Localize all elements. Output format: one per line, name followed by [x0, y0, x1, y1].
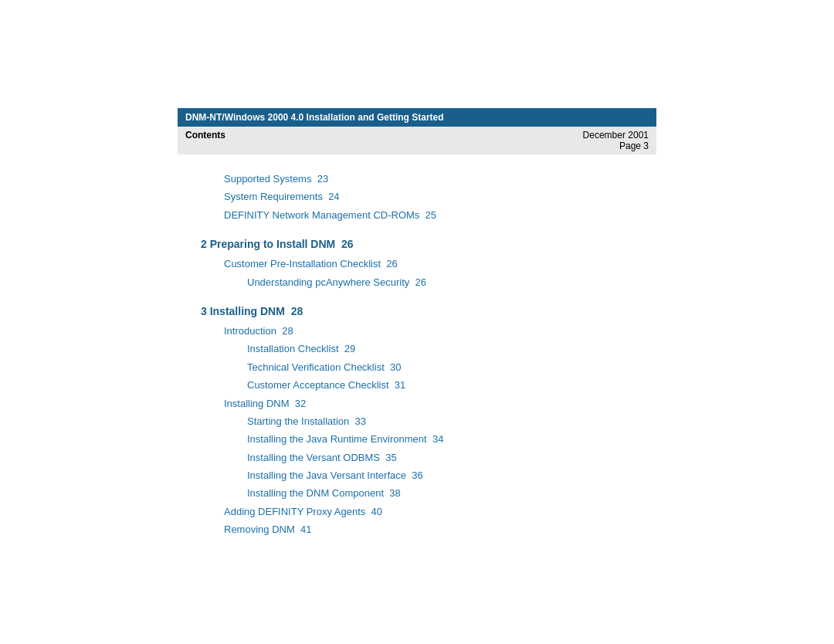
toc-content: Supported Systems 23 System Requirements… — [178, 154, 656, 554]
section-3-links-5: Adding DEFINITY Proxy Agents 40 Removing… — [201, 503, 633, 539]
link-introduction[interactable]: Introduction 28 — [224, 322, 633, 340]
link-installation-checklist[interactable]: Installation Checklist 29 — [247, 340, 633, 358]
section-2-links-1: Customer Pre-Installation Checklist 26 — [201, 255, 633, 273]
section-3-links-1: Introduction 28 — [201, 322, 633, 340]
heading-preparing: 2 Preparing to Install DNM 26 — [201, 238, 633, 250]
section-3-links-3: Installing DNM 32 — [201, 395, 633, 412]
link-definity-network-management[interactable]: DEFINITY Network Management CD-ROMs 25 — [224, 206, 633, 224]
link-installing-dnm-component[interactable]: Installing the DNM Component 38 — [247, 484, 633, 502]
header-subtitle-bar: Contents December 2001 Page 3 — [178, 127, 656, 154]
link-system-requirements[interactable]: System Requirements 24 — [224, 188, 633, 205]
link-installing-java-runtime[interactable]: Installing the Java Runtime Environment … — [247, 430, 633, 448]
header-title-bar: DNM-NT/Windows 2000 4.0 Installation and… — [178, 108, 656, 127]
link-customer-acceptance-checklist[interactable]: Customer Acceptance Checklist 31 — [247, 376, 633, 394]
link-installing-versant-odbms[interactable]: Installing the Versant ODBMS 35 — [247, 449, 633, 466]
link-removing-dnm[interactable]: Removing DNM 41 — [224, 520, 633, 538]
link-installing-java-versant-interface[interactable]: Installing the Java Versant Interface 36 — [247, 466, 633, 484]
link-customer-pre-installation[interactable]: Customer Pre-Installation Checklist 26 — [224, 255, 633, 273]
link-starting-installation[interactable]: Starting the Installation 33 — [247, 412, 633, 430]
section-3-links-2: Installation Checklist 29 Technical Veri… — [201, 340, 633, 394]
link-adding-definity-proxy[interactable]: Adding DEFINITY Proxy Agents 40 — [224, 503, 633, 520]
link-installing-dnm[interactable]: Installing DNM 32 — [224, 395, 633, 412]
date-page: December 2001 Page 3 — [583, 130, 649, 151]
section-0-links: Supported Systems 23 System Requirements… — [201, 170, 633, 224]
header-title: DNM-NT/Windows 2000 4.0 Installation and… — [185, 112, 444, 123]
page-container: DNM-NT/Windows 2000 4.0 Installation and… — [178, 108, 656, 554]
link-understanding-pcanywhere[interactable]: Understanding pcAnywhere Security 26 — [247, 273, 633, 291]
contents-label: Contents — [185, 130, 225, 151]
date: December 2001 — [583, 130, 649, 141]
section-2-links-2: Understanding pcAnywhere Security 26 — [201, 273, 633, 291]
link-technical-verification-checklist[interactable]: Technical Verification Checklist 30 — [247, 358, 633, 376]
heading-installing: 3 Installing DNM 28 — [201, 305, 633, 317]
link-supported-systems[interactable]: Supported Systems 23 — [224, 170, 633, 188]
section-3-links-4: Starting the Installation 33 Installing … — [201, 412, 633, 503]
page-number: Page 3 — [619, 141, 649, 151]
